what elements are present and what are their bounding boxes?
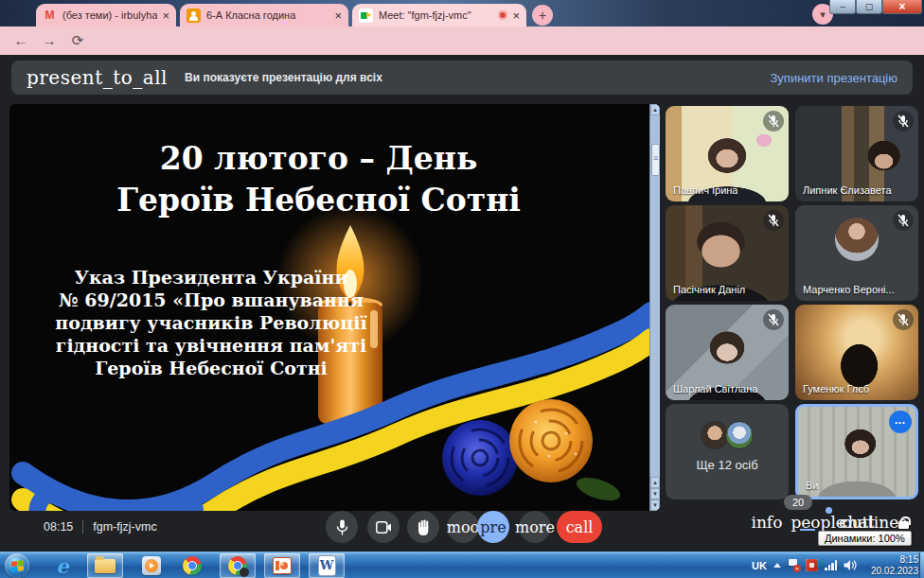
- mic-off-icon: [763, 111, 784, 131]
- participant-count-badge: 20: [784, 495, 812, 510]
- meeting-info: 08:15 fgm-fjzj-vmc: [44, 520, 157, 534]
- mic-off-icon: [893, 309, 914, 330]
- participant-tile[interactable]: Шарлай Світлана: [666, 305, 789, 400]
- self-view-tile[interactable]: Ви: [795, 404, 918, 499]
- participant-name: Пасічник Даніл: [673, 284, 745, 295]
- network-icon[interactable]: [825, 560, 837, 570]
- participant-tile[interactable]: Пасічник Даніл: [666, 205, 789, 301]
- mic-off-icon: [763, 309, 784, 330]
- participant-name: Павлич Ірина: [673, 184, 737, 196]
- forward-icon[interactable]: →: [38, 30, 61, 51]
- more-options-button[interactable]: more: [519, 511, 551, 543]
- taskbar-file-explorer[interactable]: [87, 553, 123, 578]
- back-icon[interactable]: ←: [9, 30, 32, 51]
- tab-classroom[interactable]: 6-А Класна година: [180, 4, 348, 26]
- camera-button[interactable]: [367, 511, 400, 543]
- taskbar-powerpoint[interactable]: [264, 553, 300, 578]
- taskbar-chrome-active[interactable]: [220, 553, 256, 578]
- present-icon-text: pre: [480, 518, 506, 536]
- meet-right-panel-buttons: info people chat outlines: [751, 513, 909, 532]
- participant-name: Липник Єлизавета: [803, 184, 892, 196]
- participant-grid: Павлич Ірина Липник Єлизавета Пасічник Д…: [666, 106, 918, 503]
- start-button[interactable]: [5, 553, 29, 578]
- mood-icon-text: moo: [447, 518, 479, 536]
- close-icon[interactable]: [334, 9, 342, 22]
- mood-reactions-button[interactable]: moo: [447, 511, 479, 543]
- participant-tile[interactable]: Павлич Ірина: [666, 106, 789, 201]
- tile-options-icon[interactable]: [889, 411, 912, 433]
- participant-tile[interactable]: Марченко Вероні...: [795, 205, 918, 301]
- windows-logo-icon: [11, 560, 24, 572]
- close-window-button[interactable]: [882, 0, 922, 14]
- chrome-icon: [183, 556, 202, 575]
- prev-slide-icon[interactable]: ▲: [650, 477, 660, 488]
- show-desktop-button[interactable]: [919, 552, 924, 578]
- person-icon: [187, 9, 201, 23]
- gmail-icon: [43, 9, 57, 23]
- new-tab-button[interactable]: [532, 5, 553, 26]
- scroll-down-icon[interactable]: ▼: [650, 499, 660, 511]
- divider: [82, 520, 83, 534]
- avatar: [725, 421, 754, 449]
- info-button[interactable]: info: [751, 513, 782, 532]
- reload-icon[interactable]: ⟳: [66, 30, 89, 51]
- present-now-button[interactable]: pre: [477, 511, 509, 543]
- participant-name: Марченко Вероні...: [803, 284, 895, 295]
- tab-title: Meet: "fgm-fjzj-vmc": [379, 9, 492, 21]
- presenting-banner: present_to_all Ви показуєте презентацію …: [11, 61, 913, 95]
- participant-tile[interactable]: Гуменюк Глєб: [795, 305, 918, 400]
- close-icon[interactable]: [512, 9, 520, 22]
- end-call-button[interactable]: call: [557, 511, 602, 543]
- tray-time: 8:15: [863, 554, 918, 566]
- participant-tile[interactable]: Липник Єлизавета: [795, 106, 918, 201]
- taskbar-media-player[interactable]: [133, 553, 169, 578]
- slide-body-text: Указ Президента України № 69/2015 «Про в…: [23, 267, 400, 380]
- minimize-button[interactable]: [829, 0, 856, 14]
- avatar-stack: [701, 421, 754, 449]
- browser-toolbar: ← → ⟳ meet.google.com/fgm-fjzj-vmc?authu…: [0, 26, 924, 55]
- mic-off-icon: [763, 210, 784, 231]
- more-participants-label: Ще 12 осіб: [666, 458, 789, 472]
- scroll-up-icon[interactable]: ▲: [650, 104, 660, 115]
- host-controls-lock-icon[interactable]: [898, 517, 909, 529]
- raise-hand-button[interactable]: [407, 511, 439, 543]
- participant-name: Гуменюк Глєб: [803, 383, 869, 394]
- tray-clock[interactable]: 8:15 20.02.2023: [863, 554, 918, 577]
- call-end-icon-text: call: [566, 518, 594, 536]
- activities-button[interactable]: outlines: [842, 513, 907, 532]
- people-button[interactable]: people: [791, 513, 845, 532]
- taskbar-internet-explorer[interactable]: [44, 553, 80, 578]
- close-icon[interactable]: [162, 9, 169, 22]
- meet-app: present_to_all Ви показуєте презентацію …: [0, 55, 924, 552]
- maximize-button[interactable]: [856, 0, 882, 14]
- show-hidden-icons-icon[interactable]: [773, 563, 781, 568]
- mic-button[interactable]: [326, 511, 358, 543]
- taskbar-chrome[interactable]: [174, 553, 210, 578]
- volume-tooltip: Динамики: 100%: [818, 531, 912, 546]
- speaker-icon[interactable]: [844, 559, 857, 571]
- tab-meet-active[interactable]: Meet: "fgm-fjzj-vmc": [352, 4, 526, 26]
- action-center-flag-icon[interactable]: ×: [788, 559, 799, 571]
- scroll-thumb[interactable]: [651, 144, 660, 176]
- taskbar-word[interactable]: [309, 553, 345, 578]
- tray-date: 20.02.2023: [863, 566, 918, 577]
- tab-gmail[interactable]: (без теми) - irbulyha@sch26pl.u: [36, 4, 176, 26]
- clock-time: 08:15: [44, 520, 73, 534]
- more-icon-text: more: [515, 518, 555, 536]
- mic-off-icon: [893, 111, 914, 131]
- slide-scrollbar[interactable]: ▲ ▲ ▼ ▼: [649, 104, 660, 511]
- avatar: [835, 218, 879, 261]
- meet-icon: [359, 9, 373, 23]
- folder-icon: [95, 559, 116, 573]
- stop-presenting-button[interactable]: Зупинити презентацію: [771, 71, 897, 85]
- self-label: Ви: [806, 480, 818, 491]
- present-to-all-icon: present_to_all: [27, 66, 168, 89]
- antivirus-tray-icon[interactable]: [806, 559, 818, 571]
- chrome-icon: [228, 556, 247, 575]
- participant-name: Шарлай Світлана: [673, 383, 757, 394]
- media-player-icon: [142, 556, 161, 575]
- presentation-slide: 20 лютого – День Героїв Небесної Сотні У…: [9, 104, 660, 511]
- language-indicator[interactable]: UK: [752, 560, 767, 571]
- more-participants-tile[interactable]: Ще 12 осіб: [666, 404, 789, 499]
- next-slide-icon[interactable]: ▼: [650, 488, 660, 499]
